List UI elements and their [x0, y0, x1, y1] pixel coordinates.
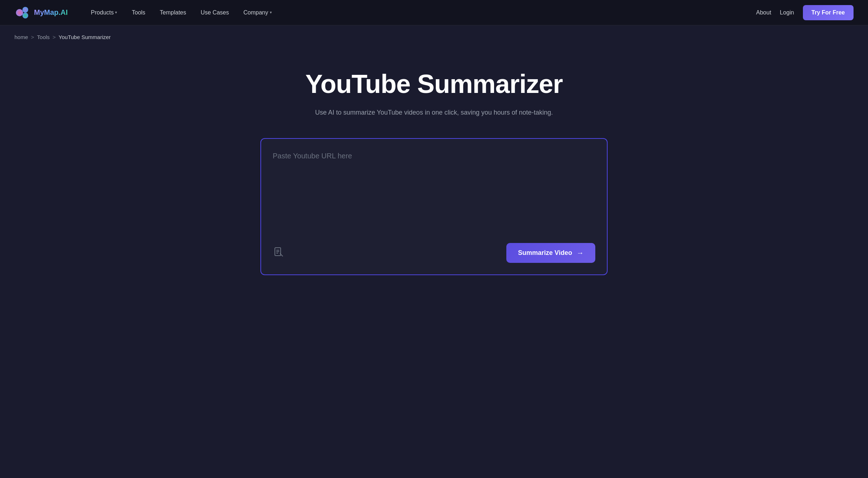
svg-point-2 [22, 13, 28, 18]
main-content: YouTube Summarizer Use AI to summarize Y… [0, 40, 868, 297]
breadcrumb-current: YouTube Summarizer [59, 34, 111, 40]
nav-links: Products ▾ Tools Templates Use Cases Com… [85, 7, 756, 19]
svg-point-0 [16, 9, 23, 16]
logo-text: MyMap.AI [34, 8, 68, 17]
card-footer: Summarize Video → [273, 243, 595, 263]
arrow-icon: → [576, 249, 584, 257]
page-subtitle: Use AI to summarize YouTube videos in on… [315, 107, 553, 118]
breadcrumb: home > Tools > YouTube Summarizer [0, 25, 868, 40]
try-for-free-button[interactable]: Try For Free [803, 5, 854, 20]
products-chevron-icon: ▾ [115, 10, 117, 15]
nav-templates[interactable]: Templates [154, 7, 192, 19]
breadcrumb-tools[interactable]: Tools [37, 34, 50, 40]
logo[interactable]: MyMap.AI [14, 5, 68, 21]
document-icon [273, 247, 284, 259]
navbar: MyMap.AI Products ▾ Tools Templates Use … [0, 0, 868, 25]
breadcrumb-sep-2: > [52, 34, 56, 40]
nav-tools[interactable]: Tools [126, 7, 151, 19]
svg-point-1 [22, 7, 28, 13]
nav-login[interactable]: Login [780, 9, 794, 16]
input-card: Summarize Video → [260, 138, 608, 275]
breadcrumb-home[interactable]: home [14, 34, 28, 40]
nav-right: About Login Try For Free [756, 5, 854, 20]
url-input[interactable] [273, 150, 595, 237]
breadcrumb-sep-1: > [31, 34, 34, 40]
nav-company[interactable]: Company ▾ [238, 7, 277, 19]
logo-icon [14, 5, 30, 21]
summarize-button[interactable]: Summarize Video → [506, 243, 595, 263]
nav-use-cases[interactable]: Use Cases [195, 7, 235, 19]
page-title: YouTube Summarizer [305, 69, 562, 99]
nav-about[interactable]: About [756, 9, 771, 16]
company-chevron-icon: ▾ [270, 10, 272, 15]
nav-products[interactable]: Products ▾ [85, 7, 123, 19]
